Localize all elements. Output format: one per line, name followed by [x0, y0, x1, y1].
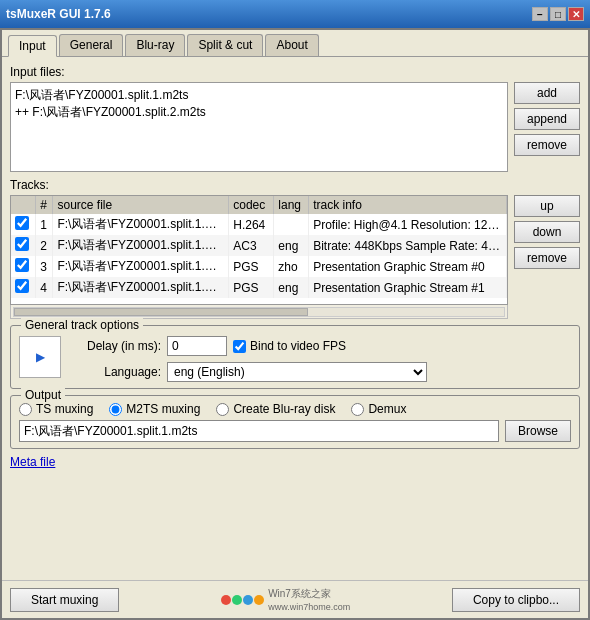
- tab-general[interactable]: General: [59, 34, 124, 56]
- tracks-table-wrap[interactable]: # source file codec lang track info 1 F:…: [10, 195, 508, 305]
- track-checkbox-cell[interactable]: [11, 214, 36, 235]
- col-check: [11, 196, 36, 214]
- close-button[interactable]: ✕: [568, 7, 584, 21]
- language-select[interactable]: eng (English): [167, 362, 427, 382]
- meta-file-link[interactable]: Meta file: [10, 455, 55, 469]
- track-source-2: F:\风语者\FYZ00001.split.1.m2ts: [53, 256, 229, 277]
- input-buttons: add append remove: [514, 82, 580, 172]
- output-file-input[interactable]: [19, 420, 499, 442]
- table-row[interactable]: 2 F:\风语者\FYZ00001.split.1.m2ts AC3 eng B…: [11, 235, 506, 256]
- app-title: tsMuxeR GUI 1.7.6: [6, 7, 111, 21]
- bluray-radio[interactable]: [216, 403, 229, 416]
- append-button[interactable]: append: [514, 108, 580, 130]
- table-row[interactable]: 4 F:\风语者\FYZ00001.split.1.m2ts PGS eng P…: [11, 277, 506, 298]
- tab-input[interactable]: Input: [8, 35, 57, 57]
- track-checkbox-cell[interactable]: [11, 277, 36, 298]
- language-label: Language:: [71, 365, 161, 379]
- demux-option[interactable]: Demux: [351, 402, 406, 416]
- track-remove-button[interactable]: remove: [514, 247, 580, 269]
- remove-input-button[interactable]: remove: [514, 134, 580, 156]
- tracks-outer: # source file codec lang track info 1 F:…: [10, 195, 580, 319]
- track-lang-2: zho: [274, 256, 309, 277]
- tracks-table-col: # source file codec lang track info 1 F:…: [10, 195, 508, 319]
- m2ts-muxing-option[interactable]: M2TS muxing: [109, 402, 200, 416]
- tracks-label: Tracks:: [10, 178, 580, 192]
- general-track-inner: ▶ Delay (in ms): Bind to video FPS Langu…: [19, 336, 571, 382]
- track-num-3: 4: [36, 277, 53, 298]
- delay-label: Delay (in ms):: [71, 339, 161, 353]
- language-row: Language: eng (English): [71, 362, 427, 382]
- track-checkbox-cell[interactable]: [11, 256, 36, 277]
- h-scrollbar[interactable]: [10, 305, 508, 319]
- track-checkbox-0[interactable]: [15, 216, 29, 230]
- bluray-option[interactable]: Create Blu-ray disk: [216, 402, 335, 416]
- meta-row: Meta file: [10, 455, 580, 469]
- tab-about[interactable]: About: [265, 34, 318, 56]
- ts-muxing-option[interactable]: TS muxing: [19, 402, 93, 416]
- ts-radio[interactable]: [19, 403, 32, 416]
- track-up-button[interactable]: up: [514, 195, 580, 217]
- table-row[interactable]: 3 F:\风语者\FYZ00001.split.1.m2ts PGS zho P…: [11, 256, 506, 277]
- delay-row: Delay (in ms): Bind to video FPS: [71, 336, 427, 356]
- col-lang: lang: [274, 196, 309, 214]
- bind-fps-checkbox[interactable]: [233, 340, 246, 353]
- track-codec-3: PGS: [229, 277, 274, 298]
- browse-button[interactable]: Browse: [505, 420, 571, 442]
- track-num-0: 1: [36, 214, 53, 235]
- input-files-label: Input files:: [10, 65, 580, 79]
- track-options-fields: Delay (in ms): Bind to video FPS Languag…: [71, 336, 427, 382]
- output-legend: Output: [21, 388, 65, 402]
- col-num: #: [36, 196, 53, 214]
- track-checkbox-2[interactable]: [15, 258, 29, 272]
- track-lang-3: eng: [274, 277, 309, 298]
- track-codec-2: PGS: [229, 256, 274, 277]
- input-section-row: F:\风语者\FYZ00001.split.1.m2ts ++ F:\风语者\F…: [10, 82, 580, 172]
- col-info: track info: [309, 196, 507, 214]
- general-track-legend: General track options: [21, 318, 143, 332]
- track-checkbox-3[interactable]: [15, 279, 29, 293]
- tab-bluray[interactable]: Blu-ray: [125, 34, 185, 56]
- maximize-button[interactable]: □: [550, 7, 566, 21]
- general-track-box: General track options ▶ Delay (in ms): B…: [10, 325, 580, 389]
- minimize-button[interactable]: −: [532, 7, 548, 21]
- win7-text: Win7系统之家www.win7home.com: [268, 587, 350, 612]
- track-checkbox-1[interactable]: [15, 237, 29, 251]
- input-text-area: F:\风语者\FYZ00001.split.1.m2ts ++ F:\风语者\F…: [10, 82, 508, 172]
- tab-splitcut[interactable]: Split & cut: [187, 34, 263, 56]
- track-num-1: 2: [36, 235, 53, 256]
- track-info-2: Presentation Graphic Stream #0: [309, 256, 507, 277]
- track-source-3: F:\风语者\FYZ00001.split.1.m2ts: [53, 277, 229, 298]
- start-muxing-button[interactable]: Start muxing: [10, 588, 119, 612]
- track-info-0: Profile: High@4.1 Resolution: 128...: [309, 214, 507, 235]
- delay-input[interactable]: [167, 336, 227, 356]
- track-info-3: Presentation Graphic Stream #1: [309, 277, 507, 298]
- table-row[interactable]: 1 F:\风语者\FYZ00001.split.1.m2ts H.264 Pro…: [11, 214, 506, 235]
- circle-blue: [243, 595, 253, 605]
- bind-fps-row: Bind to video FPS: [233, 339, 346, 353]
- circle-red: [221, 595, 231, 605]
- scroll-track[interactable]: [13, 307, 505, 317]
- track-down-button[interactable]: down: [514, 221, 580, 243]
- copy-clipboard-button[interactable]: Copy to clipbo...: [452, 588, 580, 612]
- output-radio-row: TS muxing M2TS muxing Create Blu-ray dis…: [19, 402, 571, 416]
- title-bar: tsMuxeR GUI 1.7.6 − □ ✕: [0, 0, 590, 28]
- demux-radio[interactable]: [351, 403, 364, 416]
- ts-label: TS muxing: [36, 402, 93, 416]
- m2ts-radio[interactable]: [109, 403, 122, 416]
- track-lang-0: [274, 214, 309, 235]
- input-files-list[interactable]: F:\风语者\FYZ00001.split.1.m2ts ++ F:\风语者\F…: [10, 82, 508, 172]
- bluray-label: Create Blu-ray disk: [233, 402, 335, 416]
- m2ts-label: M2TS muxing: [126, 402, 200, 416]
- track-source-0: F:\风语者\FYZ00001.split.1.m2ts: [53, 214, 229, 235]
- window-controls: − □ ✕: [532, 7, 584, 21]
- window-body: Input General Blu-ray Split & cut About …: [0, 28, 590, 620]
- add-button[interactable]: add: [514, 82, 580, 104]
- win7-logo: Win7系统之家www.win7home.com: [221, 587, 350, 612]
- track-info-1: Bitrate: 448Kbps Sample Rate: 48...: [309, 235, 507, 256]
- bind-fps-label: Bind to video FPS: [250, 339, 346, 353]
- output-file-row: Browse: [19, 420, 571, 442]
- bottom-bar: Start muxing Win7系统之家www.win7home.com Co…: [2, 580, 588, 618]
- track-checkbox-cell[interactable]: [11, 235, 36, 256]
- input-files-section: Input files: F:\风语者\FYZ00001.split.1.m2t…: [10, 65, 580, 172]
- col-source: source file: [53, 196, 229, 214]
